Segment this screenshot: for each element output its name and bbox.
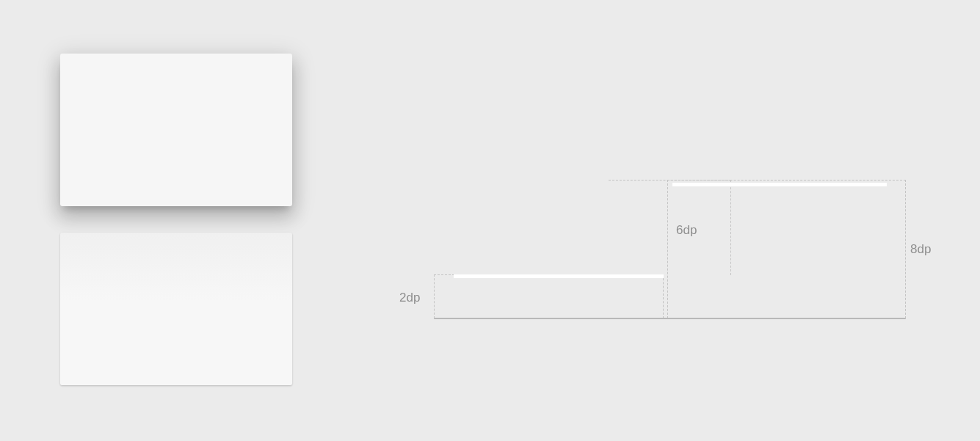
elevated-surface-8dp (60, 54, 292, 206)
elevation-label-6dp: 6dp (676, 224, 697, 236)
elevation-outline-8dp (667, 180, 906, 318)
surface-top-2dp (454, 274, 664, 278)
elevation-cross-section-diagram: 2dp 6dp 8dp (393, 180, 951, 341)
elevated-surface-2dp (60, 233, 292, 385)
baseline (434, 318, 906, 319)
elevation-label-8dp: 8dp (910, 243, 931, 255)
elevation-outline-2dp (434, 274, 664, 318)
elevation-label-2dp: 2dp (399, 291, 420, 304)
surface-top-8dp (672, 183, 887, 186)
